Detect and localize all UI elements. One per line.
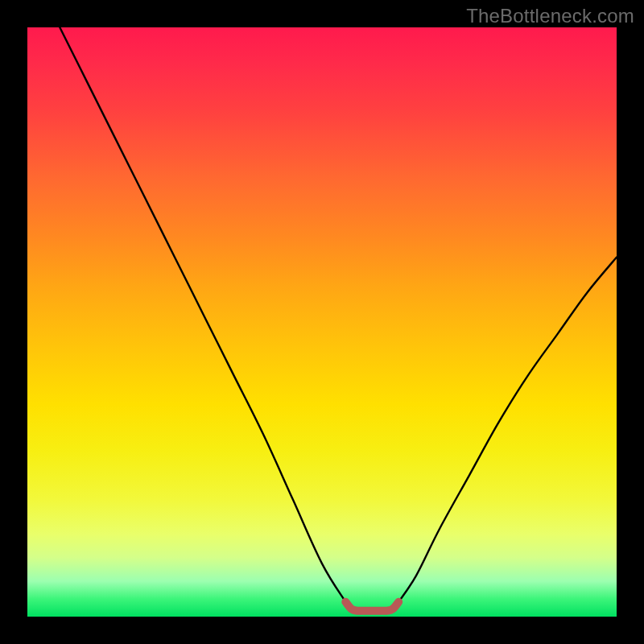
- bottom-marker-segment: [345, 602, 398, 611]
- curve-left-branch: [60, 27, 345, 602]
- chart-frame: TheBottleneck.com: [0, 0, 644, 644]
- plot-area: [27, 27, 617, 617]
- curve-right-branch: [398, 258, 617, 602]
- watermark-text: TheBottleneck.com: [466, 5, 634, 27]
- chart-curves: [27, 27, 617, 617]
